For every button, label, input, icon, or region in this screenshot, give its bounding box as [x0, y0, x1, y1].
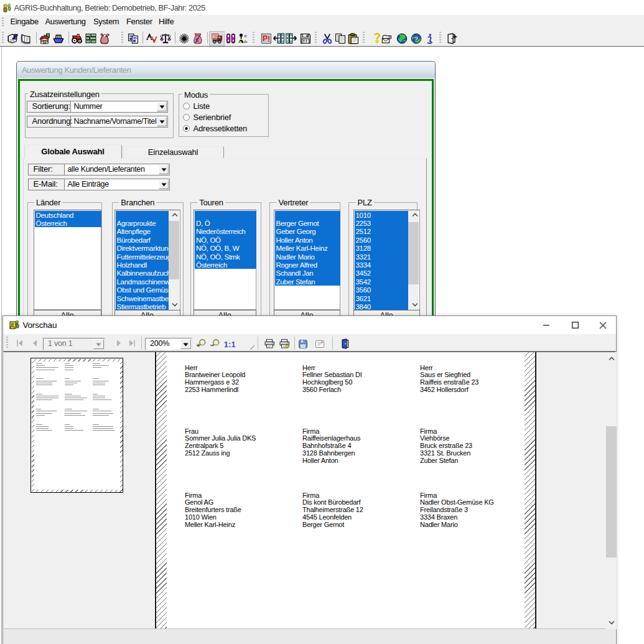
svg-text:!: ! — [268, 35, 270, 44]
svg-text:?: ? — [414, 35, 418, 43]
svg-text:P: P — [263, 34, 268, 43]
